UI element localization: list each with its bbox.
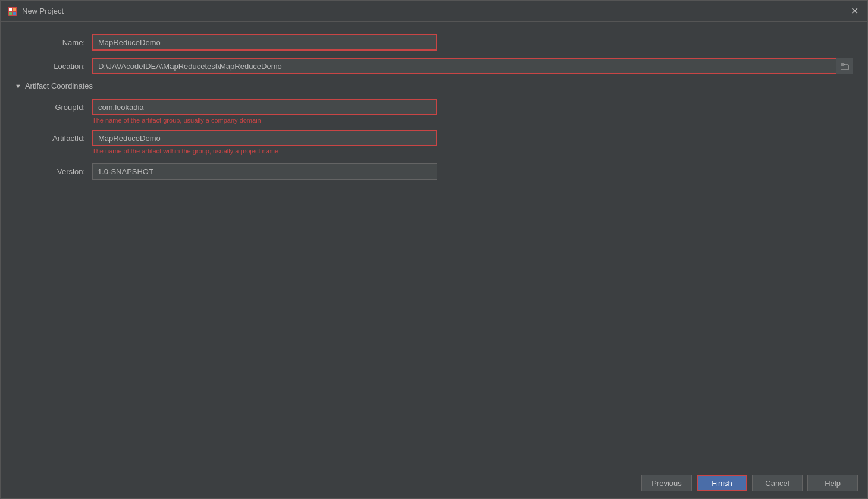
dialog-title: New Project: [22, 7, 848, 15]
svg-rect-1: [9, 8, 12, 11]
artifactid-row: ArtifactId: The name of the artifact wit…: [15, 130, 853, 155]
artifactid-label: ArtifactId:: [15, 134, 92, 143]
cancel-button[interactable]: Cancel: [752, 475, 803, 491]
close-button[interactable]: ✕: [848, 5, 860, 17]
name-input-wrap: [92, 34, 437, 51]
app-icon: [8, 7, 17, 16]
artifact-coordinates-section: ▼ Artifact Coordinates: [15, 81, 853, 90]
groupid-input[interactable]: [92, 99, 437, 115]
location-input-wrap: [92, 58, 853, 74]
groupid-input-wrap: [92, 99, 437, 115]
version-input[interactable]: [92, 163, 437, 180]
version-input-wrap: [92, 163, 437, 180]
collapse-arrow-icon[interactable]: ▼: [15, 83, 21, 90]
groupid-field-row: GroupId:: [15, 99, 853, 115]
location-row: Location:: [15, 58, 853, 74]
title-bar: New Project ✕: [1, 1, 867, 22]
groupid-row: GroupId: The name of the artifact group,…: [15, 99, 853, 124]
artifactid-field-row: ArtifactId:: [15, 130, 853, 146]
name-row: Name:: [15, 34, 853, 51]
browse-button[interactable]: [836, 58, 853, 74]
version-row: Version:: [15, 163, 853, 180]
svg-rect-3: [13, 8, 16, 11]
groupid-hint: The name of the artifact group, usually …: [15, 117, 261, 124]
name-input[interactable]: [92, 34, 437, 51]
dialog-content: Name: Location: ▼ Artifact Coordinates: [1, 22, 867, 467]
artifactid-input-wrap: [92, 130, 437, 146]
svg-rect-4: [9, 12, 12, 15]
location-input[interactable]: [92, 58, 853, 74]
help-button[interactable]: Help: [807, 475, 858, 491]
artifact-section-label: Artifact Coordinates: [25, 81, 93, 90]
finish-button[interactable]: Finish: [697, 475, 747, 491]
dialog-footer: Previous Finish Cancel Help: [1, 467, 867, 498]
name-label: Name:: [15, 38, 92, 47]
location-label: Location:: [15, 62, 92, 71]
version-label: Version:: [15, 167, 92, 176]
artifactid-input[interactable]: [92, 130, 437, 146]
groupid-label: GroupId:: [15, 103, 92, 112]
svg-rect-2: [13, 12, 16, 15]
new-project-dialog: New Project ✕ Name: Location:: [0, 0, 868, 499]
previous-button[interactable]: Previous: [641, 475, 692, 491]
artifactid-hint: The name of the artifact within the grou…: [15, 147, 278, 155]
